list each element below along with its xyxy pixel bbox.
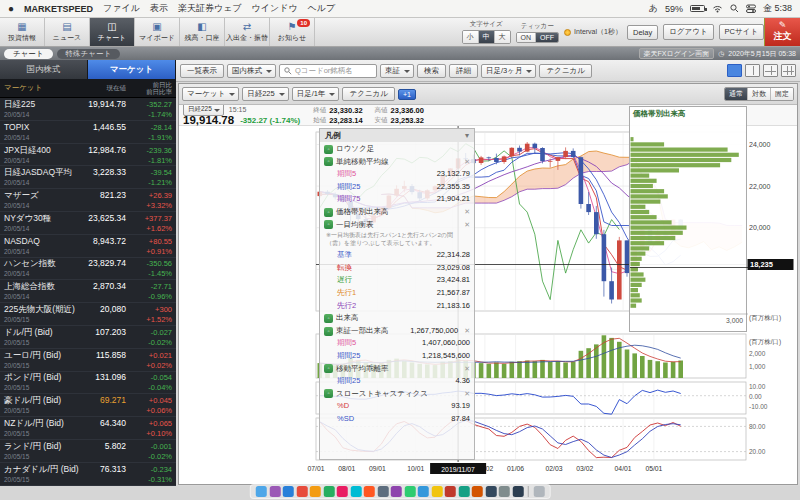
dock-app-icon[interactable] <box>256 486 267 497</box>
legend-item[interactable]: ◦ 出来高 <box>324 312 470 325</box>
nav-account-balance-icon-button[interactable]: ◧ 残高・口座 <box>180 18 225 46</box>
technical-button[interactable]: テクニカル <box>539 64 591 78</box>
market-row[interactable]: 日経225 19,914.78 -352.27 20/05/14 -1.74% <box>0 98 176 121</box>
tab-chart[interactable]: チャート <box>4 49 53 59</box>
logout-button[interactable]: ログアウト <box>663 24 713 40</box>
font-size-small-button[interactable]: 小 <box>463 31 479 43</box>
market-row[interactable]: ユーロ/円 (Bid) 115.858 +0.021 20/05/15 +0.0… <box>0 349 176 372</box>
market-row[interactable]: NYダウ30種 23,625.34 +377.37 20/05/14 +1.62… <box>0 212 176 235</box>
nav-invest-info-icon-button[interactable]: ▦ 投資情報 <box>0 18 45 46</box>
apple-menu-icon[interactable]: ● <box>8 3 14 14</box>
nav-candle-chart-icon-button[interactable]: ◫ チャート <box>90 18 135 46</box>
ticker-on-button[interactable]: ON <box>517 33 537 42</box>
legend-close-icon[interactable]: ✕ <box>464 206 470 219</box>
market-category-select[interactable]: 国内株式 <box>227 64 276 78</box>
font-size-large-button[interactable]: 大 <box>495 31 510 43</box>
legend-item[interactable]: ◦ 東証一部出来高 1,267,750,000 ✕ <box>324 325 470 338</box>
fx-login-button[interactable]: 楽天FXログイン画面 <box>639 48 715 59</box>
nav-news-icon-button[interactable]: ▤ ニュース <box>45 18 90 46</box>
legend-item[interactable]: ◦ 移動平均乖離率 ✕ <box>324 363 470 376</box>
dock-app-icon[interactable] <box>472 486 483 497</box>
nav-notice-flag-icon-button[interactable]: 10 ⚑ お知らせ <box>270 18 315 46</box>
layout-grid-4-icon[interactable] <box>763 64 778 77</box>
dock-app-icon[interactable] <box>431 486 442 497</box>
symbol-search-input[interactable]: Qコードor銘柄名 <box>279 64 377 78</box>
dock-app-icon[interactable] <box>418 486 429 497</box>
market-row[interactable]: 225先物大阪(期近) 20,080 +300 20/05/15 +1.52% <box>0 303 176 326</box>
pcsite-button[interactable]: PCサイト <box>719 24 764 40</box>
scale-log-button[interactable]: 対数 <box>748 88 771 100</box>
legend-item[interactable]: ◦ 単純移動平均線 ✕ <box>324 156 470 169</box>
market-row[interactable]: NZドル/円 (Bid) 64.340 +0.065 20/05/15 +0.1… <box>0 417 176 440</box>
nav-transfer-icon-button[interactable]: ⇄ 入出金・振替 <box>225 18 270 46</box>
app-menu[interactable]: MARKETSPEED <box>24 4 93 14</box>
dock-app-icon[interactable] <box>404 486 415 497</box>
widget-symbol-select[interactable]: 日経225 <box>242 87 289 101</box>
menu-item[interactable]: 表示 <box>150 2 168 15</box>
menu-item[interactable]: ヘルプ <box>308 2 336 15</box>
sidebar-tab-market[interactable]: マーケット <box>88 60 176 79</box>
dock-app-icon[interactable] <box>337 486 348 497</box>
dock-app-icon[interactable] <box>485 486 496 497</box>
dock-trash-icon[interactable] <box>533 486 544 497</box>
legend-close-icon[interactable]: ✕ <box>464 363 470 376</box>
dock-app-icon[interactable] <box>350 486 361 497</box>
legend-item[interactable]: ◦ ロウソク足 <box>324 143 470 156</box>
list-view-button[interactable]: 一覧表示 <box>180 64 224 78</box>
search-button[interactable]: 検索 <box>417 64 446 78</box>
legend-close-icon[interactable]: ✕ <box>464 219 470 232</box>
market-row[interactable]: JPX日経400 12,984.76 -239.36 20/05/14 -1.8… <box>0 144 176 167</box>
market-row[interactable]: ポンド/円 (Bid) 131.096 -0.054 20/05/15 -0.0… <box>0 372 176 395</box>
chevron-down-icon[interactable]: ▾ <box>465 131 469 140</box>
scale-fixed-button[interactable]: 固定 <box>771 88 793 100</box>
market-row[interactable]: 上海総合指数 2,870.34 -27.71 20/05/14 -0.96% <box>0 280 176 303</box>
layout-single-icon[interactable] <box>727 64 742 77</box>
legend-item[interactable]: ◦ 一目均衡表 ✕ <box>324 219 470 232</box>
input-source-icon[interactable]: あ <box>649 2 658 15</box>
market-row[interactable]: ランド/円 (Bid) 5.802 -0.001 20/05/15 -0.02% <box>0 440 176 463</box>
dock-app-icon[interactable] <box>512 486 523 497</box>
nav-myboard-icon-button[interactable]: ▣ マイボード <box>135 18 180 46</box>
market-row[interactable]: 豪ドル/円 (Bid) 69.271 +0.045 20/05/15 +0.06… <box>0 394 176 417</box>
dock-app-icon[interactable] <box>283 486 294 497</box>
menu-item[interactable]: ウインドウ <box>252 2 298 15</box>
market-row[interactable]: マザーズ 821.23 +26.39 20/05/14 +3.32% <box>0 189 176 212</box>
dock-app-icon[interactable] <box>296 486 307 497</box>
layout-grid-6-icon[interactable] <box>781 64 796 77</box>
dock-app-icon[interactable] <box>377 486 388 497</box>
detail-button[interactable]: 詳細 <box>449 64 478 78</box>
legend-close-icon[interactable]: ✕ <box>464 388 470 401</box>
battery-icon[interactable] <box>690 5 705 12</box>
market-row[interactable]: 日経JASDAQ平均 3,228.33 -39.54 20/05/14 -1.2… <box>0 166 176 189</box>
dock-app-icon[interactable] <box>269 486 280 497</box>
exchange-select[interactable]: 東証 <box>380 64 414 78</box>
period-select[interactable]: 日足/3ヶ月 <box>481 64 536 78</box>
menu-item[interactable]: ファイル <box>103 2 140 15</box>
font-size-medium-button[interactable]: 中 <box>479 31 495 43</box>
widget-period-select[interactable]: 日足/1年 <box>292 87 340 101</box>
market-row[interactable]: ハンセン指数 23,829.74 -350.56 20/05/14 -1.45% <box>0 258 176 281</box>
tab-special-chart[interactable]: 特殊チャート <box>57 49 121 59</box>
widget-technical-button[interactable]: テクニカル <box>342 87 394 101</box>
widget-market-select[interactable]: マーケット <box>182 87 239 101</box>
wifi-icon[interactable] <box>712 4 723 13</box>
dock-app-icon[interactable] <box>310 486 321 497</box>
add-indicator-button[interactable]: +1 <box>398 89 416 100</box>
dock-app-icon[interactable] <box>458 486 469 497</box>
market-row[interactable]: TOPIX 1,446.55 -28.14 20/05/14 -1.91% <box>0 121 176 144</box>
dock-app-icon[interactable] <box>323 486 334 497</box>
dock-app-icon[interactable] <box>391 486 402 497</box>
legend-close-icon[interactable]: ✕ <box>464 325 470 338</box>
ticker-off-button[interactable]: OFF <box>536 33 558 42</box>
dock-app-icon[interactable] <box>364 486 375 497</box>
order-button[interactable]: ✎ 注文 <box>764 18 800 46</box>
legend-item[interactable]: ◦ スローストキャスティクス ✕ <box>324 388 470 401</box>
control-center-icon[interactable] <box>746 4 756 13</box>
menubar-clock[interactable]: 金 5:38 <box>763 2 792 15</box>
sidebar-tab-domestic-stock[interactable]: 国内株式 <box>0 60 88 79</box>
legend-close-icon[interactable]: ✕ <box>464 156 470 169</box>
market-row[interactable]: NASDAQ 8,943.72 +80.55 20/05/14 +0.91% <box>0 235 176 258</box>
spotlight-icon[interactable] <box>730 4 739 13</box>
scale-normal-button[interactable]: 通常 <box>725 88 748 100</box>
market-row[interactable]: カナダドル/円 (Bid) 76.313 -0.234 20/05/15 -0.… <box>0 463 176 486</box>
